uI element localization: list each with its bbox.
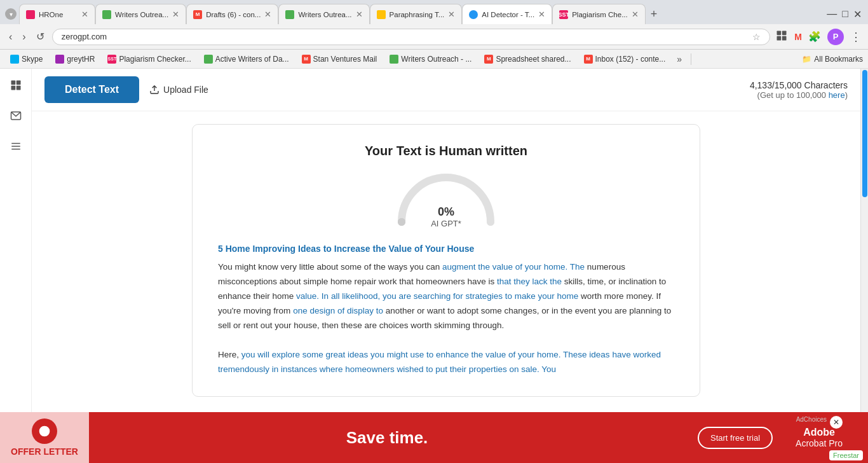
svg-rect-3 [782, 36, 787, 40]
result-title: Your Text is Human written [218, 144, 674, 158]
bm-favicon-active-writers [204, 55, 213, 64]
tab-label-gmail: Drafts (6) - con... [206, 11, 261, 18]
sidebar-list-icon[interactable] [6, 136, 26, 156]
bookmark-active-writers[interactable]: Active Writers of Da... [199, 53, 294, 65]
highlight-one: one design of display to [293, 306, 383, 315]
browser-menu-btn[interactable]: ⋮ [850, 30, 862, 44]
tab-close-gmail[interactable]: ✕ [264, 10, 271, 19]
bm-favicon-stan: M [302, 55, 311, 64]
maximize-btn[interactable]: □ [842, 8, 848, 20]
tab-favicon-paraphrasing [377, 10, 386, 19]
tab-paraphrasing[interactable]: Paraphrasing T... ✕ [370, 4, 463, 24]
svg-point-15 [39, 426, 50, 437]
tab-close-writers2[interactable]: ✕ [356, 10, 363, 19]
char-count-main: 4,133/15,000 Characters [750, 80, 848, 90]
tab-writers-out-1[interactable]: Writers Outrea... ✕ [95, 4, 186, 24]
profile-avatar[interactable]: P [827, 29, 844, 45]
tab-close-ai[interactable]: ✕ [538, 10, 545, 19]
bm-label-plagiarism: Plagiarism Checker... [119, 55, 191, 64]
tab-close-hrone[interactable]: ✕ [81, 10, 88, 19]
ad-adobe-branding: Adobe Acrobat Pro [796, 427, 843, 448]
tab-label-paraphrasing: Paraphrasing T... [390, 11, 445, 18]
bookmarks-overflow-btn[interactable]: » [673, 53, 686, 66]
bookmark-stan-ventures[interactable]: M Stan Ventures Mail [297, 53, 383, 65]
scrollbar-thumb[interactable] [862, 70, 867, 197]
main-content: Detect Text Upload File 4,133/15,000 Cha… [32, 69, 860, 463]
sidebar-mail-icon[interactable] [6, 106, 26, 126]
svg-rect-11 [11, 149, 20, 150]
tab-close-writers1[interactable]: ✕ [172, 10, 179, 19]
result-area[interactable]: Your Text is Human written [32, 111, 860, 463]
bm-label-active-writers: Active Writers of Da... [215, 55, 289, 64]
gauge-label: AI GPT* [395, 219, 497, 228]
highlight-augment: augment the value of your home. The [442, 262, 585, 272]
extensions-icon[interactable] [775, 29, 788, 45]
minimize-btn[interactable]: ― [827, 8, 837, 20]
highlight-home-value: value. In all likelihood, you are search… [296, 291, 512, 301]
gmail-icon[interactable]: M [794, 32, 802, 42]
tab-favicon-writers2 [285, 10, 294, 19]
browser-frame: ▾ HROne ✕ Writers Outrea... ✕ M Drafts (… [0, 0, 868, 463]
right-scrollbar[interactable] [860, 69, 868, 463]
tab-close-paraphrasing[interactable]: ✕ [448, 10, 455, 19]
tab-hrone[interactable]: HROne ✕ [19, 4, 95, 24]
bm-label-inbox: Inbox (152) - conte... [595, 55, 666, 64]
bm-favicon-spreadsheet: M [484, 55, 493, 64]
ad-banner: OFFER LETTER Save time. Start free trial… [0, 412, 868, 463]
tab-plagiarism[interactable]: SST Plagiarism Che... ✕ [552, 4, 646, 24]
tab-group-btn[interactable]: ▾ [5, 8, 17, 20]
ad-start-trial-button[interactable]: Start free trial [698, 427, 773, 449]
tab-bar: ▾ HROne ✕ Writers Outrea... ✕ M Drafts (… [0, 0, 868, 24]
bm-favicon-inbox: M [584, 55, 593, 64]
highlight-is: that they lack the [497, 277, 562, 286]
svg-rect-9 [11, 143, 20, 144]
tab-label-writers2: Writers Outrea... [298, 11, 351, 18]
char-count-link[interactable]: here [829, 90, 845, 100]
bookmarks-bar: Skype greytHR SST Plagiarism Checker... … [0, 50, 868, 69]
forward-button[interactable]: › [20, 29, 28, 45]
tab-close-plagiarism[interactable]: ✕ [632, 10, 639, 19]
tab-writers-out-2[interactable]: Writers Outrea... ✕ [278, 4, 369, 24]
all-bookmarks-btn[interactable]: 📁 All Bookmarks [802, 55, 863, 64]
tab-label-hrone: HROne [39, 11, 78, 18]
url-bar[interactable]: zerogpt.com ☆ [52, 29, 771, 45]
bookmark-writers-outreach[interactable]: Writers Outreach - ... [384, 53, 477, 65]
bm-favicon-writers-out [390, 55, 398, 64]
back-button[interactable]: ‹ [6, 29, 15, 45]
tab-ai-detector[interactable]: AI Detector - T... ✕ [462, 4, 552, 24]
new-tab-button[interactable]: + [646, 8, 663, 21]
char-count-sub: (Get up to 100,000 here) [750, 90, 848, 100]
ad-adobe-section: Adobe Acrobat Pro [783, 427, 855, 448]
ad-offer-text: OFFER LETTER [11, 446, 78, 457]
article-para-1: You might know very little about some of… [218, 260, 674, 333]
address-actions: M 🧩 P ⋮ [775, 29, 862, 45]
upload-file-button[interactable]: Upload File [149, 85, 208, 95]
bookmark-spreadsheet[interactable]: M Spreadsheet shared... [479, 53, 576, 65]
svg-rect-5 [16, 81, 20, 85]
page-content: Detect Text Upload File 4,133/15,000 Cha… [0, 69, 868, 463]
ad-close-button[interactable]: ✕ [830, 416, 843, 429]
bm-label-stan: Stan Ventures Mail [313, 55, 377, 64]
window-controls: ― □ ✕ [827, 8, 868, 20]
bookmark-inbox[interactable]: M Inbox (152) - conte... [579, 53, 671, 65]
puzzle-icon[interactable]: 🧩 [808, 31, 821, 43]
svg-rect-1 [782, 31, 787, 35]
svg-rect-7 [16, 86, 20, 90]
bookmark-skype[interactable]: Skype [5, 53, 48, 65]
toolbar: Detect Text Upload File 4,133/15,000 Cha… [32, 69, 860, 111]
char-count: 4,133/15,000 Characters (Get up to 100,0… [750, 80, 848, 100]
star-icon[interactable]: ☆ [752, 32, 761, 42]
tab-gmail-drafts[interactable]: M Drafts (6) - con... ✕ [186, 4, 278, 24]
bookmark-greythr[interactable]: greytHR [50, 53, 100, 65]
sidebar-grid-icon[interactable] [6, 75, 26, 95]
close-btn[interactable]: ✕ [853, 8, 862, 20]
tab-favicon-ai [469, 10, 478, 19]
bookmark-plagiarism[interactable]: SST Plagiarism Checker... [102, 53, 196, 65]
reload-button[interactable]: ↺ [34, 28, 47, 45]
detect-text-button[interactable]: Detect Text [44, 76, 139, 103]
tab-favicon-hrone [26, 10, 35, 19]
gauge-text: 0% AI GPT* [395, 205, 497, 228]
article-para-2: Here, you will explore some great ideas … [218, 348, 674, 377]
upload-icon [149, 85, 159, 95]
bm-label-spreadsheet: Spreadsheet shared... [496, 55, 571, 64]
